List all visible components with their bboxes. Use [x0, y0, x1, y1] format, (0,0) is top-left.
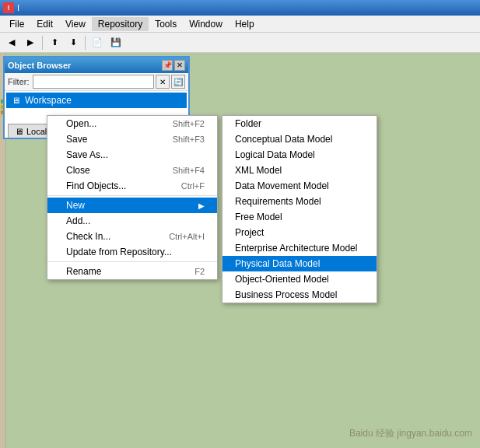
- submenu-object-oriented[interactable]: Object-Oriented Model: [222, 271, 377, 287]
- submenu-conceptual[interactable]: Conceptual Data Model: [222, 131, 377, 147]
- toolbar-btn-4[interactable]: ⬇: [65, 35, 82, 51]
- submenu-physical[interactable]: Physical Data Model: [222, 256, 377, 271]
- submenu-new: Folder Conceptual Data Model Logical Dat…: [222, 115, 377, 303]
- ctx-separator-2: [47, 261, 217, 262]
- panel-title-bar: Object Browser 📌 ✕: [5, 58, 188, 73]
- tab-local-label: Local: [26, 127, 47, 136]
- ctx-add[interactable]: Add...: [47, 213, 217, 229]
- panel-title: Object Browser: [8, 61, 71, 70]
- menu-bar: File Edit View Repository Tools Window H…: [0, 16, 480, 33]
- submenu-data-movement[interactable]: Data Movement Model: [222, 178, 377, 194]
- submenu-xml[interactable]: XML Model: [222, 163, 377, 178]
- panel-controls: 📌 ✕: [162, 60, 185, 71]
- ctx-check-in[interactable]: Check In... Ctrl+Alt+I: [47, 229, 217, 244]
- filter-input[interactable]: [33, 75, 155, 89]
- toolbar-btn-5[interactable]: 📄: [89, 35, 106, 51]
- toolbar-btn-3[interactable]: ⬆: [46, 35, 63, 51]
- ctx-open[interactable]: Open... Shift+F2: [47, 116, 217, 131]
- ctx-update[interactable]: Update from Repository...: [47, 244, 217, 260]
- panel-close-btn[interactable]: ✕: [174, 60, 185, 71]
- ctx-new[interactable]: New ▶: [47, 198, 217, 213]
- ctx-rename[interactable]: Rename F2: [47, 264, 217, 279]
- submenu-project[interactable]: Project: [222, 225, 377, 240]
- tree-item-label: Workspace: [25, 95, 72, 106]
- ctx-find-objects[interactable]: Find Objects... Ctrl+F: [47, 178, 217, 194]
- menu-repository[interactable]: Repository: [92, 17, 149, 31]
- submenu-enterprise-arch[interactable]: Enterprise Architecture Model: [222, 240, 377, 256]
- submenu-business-process[interactable]: Business Process Model: [222, 287, 377, 303]
- ctx-close[interactable]: Close Shift+F4: [47, 163, 217, 178]
- watermark: Baidu 经验 jingyan.baidu.com: [349, 427, 472, 440]
- toolbar-sep-1: [42, 36, 43, 50]
- submenu-free[interactable]: Free Model: [222, 209, 377, 225]
- menu-edit[interactable]: Edit: [30, 17, 59, 31]
- tree-item-workspace[interactable]: 🖥 Workspace: [6, 93, 187, 108]
- context-menu: Open... Shift+F2 Save Shift+F3 Save As..…: [47, 115, 218, 280]
- submenu-logical[interactable]: Logical Data Model: [222, 147, 377, 163]
- menu-tools[interactable]: Tools: [149, 17, 183, 31]
- ctx-separator-1: [47, 195, 217, 196]
- menu-help[interactable]: Help: [229, 17, 261, 31]
- toolbar: ◀ ▶ ⬆ ⬇ 📄 💾: [0, 33, 480, 53]
- toolbar-btn-2[interactable]: ▶: [22, 35, 39, 51]
- toolbar-btn-1[interactable]: ◀: [3, 35, 20, 51]
- filter-clear-btn[interactable]: ✕: [156, 75, 170, 89]
- main-area: Object Browser 📌 ✕ Filter: ✕ 🔄 🖥 Workspa…: [0, 53, 480, 448]
- filter-bar: Filter: ✕ 🔄: [5, 73, 188, 91]
- ctx-save-as[interactable]: Save As...: [47, 147, 217, 163]
- toolbar-btn-6[interactable]: 💾: [107, 35, 124, 51]
- ctx-save[interactable]: Save Shift+F3: [47, 131, 217, 147]
- menu-file[interactable]: File: [3, 17, 30, 31]
- menu-window[interactable]: Window: [183, 17, 229, 31]
- submenu-folder[interactable]: Folder: [222, 116, 377, 131]
- toolbar-sep-2: [85, 36, 86, 50]
- menu-view[interactable]: View: [59, 17, 92, 31]
- tab-local-icon: 🖥: [15, 127, 23, 136]
- title-bar: ! I: [0, 0, 480, 16]
- filter-refresh-btn[interactable]: 🔄: [171, 75, 185, 89]
- workspace-icon: 🖥: [9, 94, 22, 107]
- submenu-requirements[interactable]: Requirements Model: [222, 194, 377, 209]
- app-icon: !: [3, 2, 14, 13]
- title-bar-text: I: [17, 3, 19, 12]
- filter-label: Filter:: [8, 77, 30, 86]
- panel-pin-btn[interactable]: 📌: [162, 60, 173, 71]
